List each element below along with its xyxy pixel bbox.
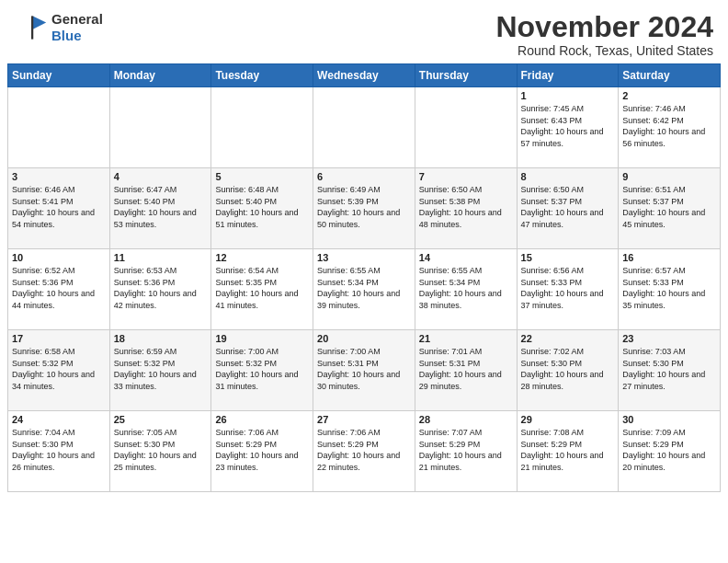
- calendar-week-5: 24Sunrise: 7:04 AM Sunset: 5:30 PM Dayli…: [8, 411, 721, 492]
- day-info: Sunrise: 6:46 AM Sunset: 5:41 PM Dayligh…: [12, 184, 106, 230]
- calendar-cell: 1Sunrise: 7:45 AM Sunset: 6:43 PM Daylig…: [517, 87, 619, 168]
- calendar-cell: 26Sunrise: 7:06 AM Sunset: 5:29 PM Dayli…: [211, 411, 313, 492]
- month-title: November 2024: [495, 11, 713, 43]
- day-number: 24: [12, 414, 106, 425]
- calendar-cell: 22Sunrise: 7:02 AM Sunset: 5:30 PM Dayli…: [517, 330, 619, 411]
- calendar-cell: 4Sunrise: 6:47 AM Sunset: 5:40 PM Daylig…: [109, 168, 211, 249]
- location: Round Rock, Texas, United States: [495, 43, 713, 58]
- calendar-cell: 2Sunrise: 7:46 AM Sunset: 6:42 PM Daylig…: [619, 87, 721, 168]
- day-info: Sunrise: 6:59 AM Sunset: 5:32 PM Dayligh…: [114, 346, 208, 392]
- calendar: SundayMondayTuesdayWednesdayThursdayFrid…: [0, 63, 728, 563]
- day-info: Sunrise: 7:45 AM Sunset: 6:43 PM Dayligh…: [521, 103, 615, 149]
- calendar-cell: 14Sunrise: 6:55 AM Sunset: 5:34 PM Dayli…: [415, 249, 517, 330]
- page: General Blue November 2024 Round Rock, T…: [0, 0, 728, 563]
- day-number: 4: [114, 171, 208, 182]
- day-number: 14: [419, 252, 513, 263]
- weekday-header-thursday: Thursday: [415, 64, 517, 87]
- day-info: Sunrise: 7:08 AM Sunset: 5:29 PM Dayligh…: [521, 427, 615, 473]
- calendar-cell: 7Sunrise: 6:50 AM Sunset: 5:38 PM Daylig…: [415, 168, 517, 249]
- day-info: Sunrise: 7:46 AM Sunset: 6:42 PM Dayligh…: [622, 103, 716, 149]
- day-number: 11: [114, 252, 208, 263]
- day-number: 22: [521, 333, 615, 344]
- day-number: 7: [419, 171, 513, 182]
- weekday-header-tuesday: Tuesday: [211, 64, 313, 87]
- calendar-week-4: 17Sunrise: 6:58 AM Sunset: 5:32 PM Dayli…: [8, 330, 721, 411]
- calendar-body: 1Sunrise: 7:45 AM Sunset: 6:43 PM Daylig…: [8, 87, 721, 492]
- calendar-cell: 21Sunrise: 7:01 AM Sunset: 5:31 PM Dayli…: [415, 330, 517, 411]
- day-info: Sunrise: 7:00 AM Sunset: 5:32 PM Dayligh…: [215, 346, 309, 392]
- day-number: 18: [114, 333, 208, 344]
- weekday-header-sunday: Sunday: [8, 64, 110, 87]
- calendar-cell: 11Sunrise: 6:53 AM Sunset: 5:36 PM Dayli…: [109, 249, 211, 330]
- day-info: Sunrise: 7:06 AM Sunset: 5:29 PM Dayligh…: [215, 427, 309, 473]
- day-number: 25: [114, 414, 208, 425]
- day-number: 20: [317, 333, 411, 344]
- day-info: Sunrise: 6:50 AM Sunset: 5:38 PM Dayligh…: [419, 184, 513, 230]
- calendar-header-row: SundayMondayTuesdayWednesdayThursdayFrid…: [8, 64, 721, 87]
- day-number: 28: [419, 414, 513, 425]
- calendar-cell: 28Sunrise: 7:07 AM Sunset: 5:29 PM Dayli…: [415, 411, 517, 492]
- calendar-cell: [415, 87, 517, 168]
- calendar-week-1: 1Sunrise: 7:45 AM Sunset: 6:43 PM Daylig…: [8, 87, 721, 168]
- calendar-cell: 8Sunrise: 6:50 AM Sunset: 5:37 PM Daylig…: [517, 168, 619, 249]
- day-number: 26: [215, 414, 309, 425]
- weekday-header-friday: Friday: [517, 64, 619, 87]
- calendar-cell: [313, 87, 415, 168]
- day-number: 12: [215, 252, 309, 263]
- calendar-cell: 17Sunrise: 6:58 AM Sunset: 5:32 PM Dayli…: [8, 330, 110, 411]
- day-info: Sunrise: 7:02 AM Sunset: 5:30 PM Dayligh…: [521, 346, 615, 392]
- calendar-cell: 5Sunrise: 6:48 AM Sunset: 5:40 PM Daylig…: [211, 168, 313, 249]
- day-info: Sunrise: 6:50 AM Sunset: 5:37 PM Dayligh…: [521, 184, 615, 230]
- day-number: 30: [622, 414, 716, 425]
- logo: General Blue: [15, 11, 103, 44]
- calendar-cell: 19Sunrise: 7:00 AM Sunset: 5:32 PM Dayli…: [211, 330, 313, 411]
- calendar-cell: 29Sunrise: 7:08 AM Sunset: 5:29 PM Dayli…: [517, 411, 619, 492]
- weekday-header-monday: Monday: [109, 64, 211, 87]
- day-number: 19: [215, 333, 309, 344]
- calendar-week-3: 10Sunrise: 6:52 AM Sunset: 5:36 PM Dayli…: [8, 249, 721, 330]
- day-number: 21: [419, 333, 513, 344]
- calendar-cell: 10Sunrise: 6:52 AM Sunset: 5:36 PM Dayli…: [8, 249, 110, 330]
- day-info: Sunrise: 6:51 AM Sunset: 5:37 PM Dayligh…: [622, 184, 716, 230]
- svg-rect-1: [31, 16, 33, 39]
- day-number: 6: [317, 171, 411, 182]
- calendar-cell: [109, 87, 211, 168]
- calendar-cell: 13Sunrise: 6:55 AM Sunset: 5:34 PM Dayli…: [313, 249, 415, 330]
- day-number: 10: [12, 252, 106, 263]
- calendar-cell: 27Sunrise: 7:06 AM Sunset: 5:29 PM Dayli…: [313, 411, 415, 492]
- day-info: Sunrise: 6:48 AM Sunset: 5:40 PM Dayligh…: [215, 184, 309, 230]
- calendar-cell: 30Sunrise: 7:09 AM Sunset: 5:29 PM Dayli…: [619, 411, 721, 492]
- day-number: 16: [622, 252, 716, 263]
- calendar-cell: [8, 87, 110, 168]
- calendar-cell: 25Sunrise: 7:05 AM Sunset: 5:30 PM Dayli…: [109, 411, 211, 492]
- day-info: Sunrise: 7:09 AM Sunset: 5:29 PM Dayligh…: [622, 427, 716, 473]
- calendar-cell: 9Sunrise: 6:51 AM Sunset: 5:37 PM Daylig…: [619, 168, 721, 249]
- logo-icon: [15, 11, 48, 44]
- day-info: Sunrise: 6:55 AM Sunset: 5:34 PM Dayligh…: [317, 265, 411, 311]
- day-number: 8: [521, 171, 615, 182]
- day-info: Sunrise: 7:06 AM Sunset: 5:29 PM Dayligh…: [317, 427, 411, 473]
- day-info: Sunrise: 7:01 AM Sunset: 5:31 PM Dayligh…: [419, 346, 513, 392]
- day-info: Sunrise: 6:55 AM Sunset: 5:34 PM Dayligh…: [419, 265, 513, 311]
- calendar-week-2: 3Sunrise: 6:46 AM Sunset: 5:41 PM Daylig…: [8, 168, 721, 249]
- calendar-cell: 16Sunrise: 6:57 AM Sunset: 5:33 PM Dayli…: [619, 249, 721, 330]
- weekday-header-saturday: Saturday: [619, 64, 721, 87]
- day-number: 5: [215, 171, 309, 182]
- day-info: Sunrise: 7:07 AM Sunset: 5:29 PM Dayligh…: [419, 427, 513, 473]
- day-info: Sunrise: 6:49 AM Sunset: 5:39 PM Dayligh…: [317, 184, 411, 230]
- calendar-cell: 12Sunrise: 6:54 AM Sunset: 5:35 PM Dayli…: [211, 249, 313, 330]
- day-number: 1: [521, 90, 615, 101]
- day-number: 13: [317, 252, 411, 263]
- day-info: Sunrise: 6:56 AM Sunset: 5:33 PM Dayligh…: [521, 265, 615, 311]
- day-number: 15: [521, 252, 615, 263]
- calendar-cell: 6Sunrise: 6:49 AM Sunset: 5:39 PM Daylig…: [313, 168, 415, 249]
- calendar-cell: 23Sunrise: 7:03 AM Sunset: 5:30 PM Dayli…: [619, 330, 721, 411]
- header: General Blue November 2024 Round Rock, T…: [0, 0, 728, 63]
- day-info: Sunrise: 6:54 AM Sunset: 5:35 PM Dayligh…: [215, 265, 309, 311]
- calendar-cell: 15Sunrise: 6:56 AM Sunset: 5:33 PM Dayli…: [517, 249, 619, 330]
- logo-text: General Blue: [51, 11, 103, 44]
- calendar-cell: [211, 87, 313, 168]
- day-number: 29: [521, 414, 615, 425]
- svg-marker-0: [33, 16, 46, 29]
- day-number: 23: [622, 333, 716, 344]
